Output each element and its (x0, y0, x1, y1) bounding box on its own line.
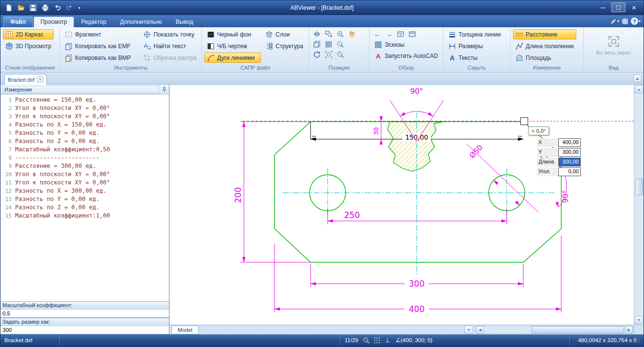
minimize-button[interactable]: ─ (596, 2, 610, 12)
ribbon-button-black-background[interactable]: Черный фон (204, 29, 261, 39)
2d-wireframe-icon (5, 31, 13, 38)
ribbon: 2D Каркас 3D Просмотр Стили отображения … (0, 27, 644, 73)
coord-y-input[interactable]: 300,00 (558, 148, 581, 157)
save-button[interactable] (27, 2, 39, 14)
grid-snap-icon[interactable] (372, 336, 381, 345)
measurement-output[interactable]: 1 Расстояние = 150,00 ед. 2 Угол в плоск… (0, 94, 169, 301)
pin-icon[interactable] (162, 87, 167, 92)
print-button[interactable] (39, 2, 51, 14)
scale-factor-input[interactable] (0, 310, 169, 318)
tab-view[interactable]: Просмотр (34, 17, 74, 27)
rotate-icon[interactable] (312, 50, 322, 59)
ribbon-button-copy-emf[interactable]: Копировать как EMF (62, 41, 139, 51)
ribbon-button-area[interactable]: Площадь (513, 53, 576, 63)
close-button[interactable]: × (627, 2, 641, 12)
scroll-down-icon[interactable]: ▼ (635, 316, 643, 324)
ribbon-button-find-text[interactable]: Найти текст (141, 41, 199, 51)
ribbon-button-thumbnails[interactable]: Эскизы (372, 39, 441, 50)
tab-file[interactable]: Файл (3, 17, 33, 27)
coord-row-angle: Угол 0,00 (537, 167, 582, 177)
zoom-out-icon[interactable] (335, 39, 346, 49)
zoom-extents-icon[interactable] (323, 50, 334, 59)
ribbon-button-layers[interactable]: Слои (263, 29, 306, 39)
document-tab-bracket[interactable]: Bracket.dxf × (4, 74, 47, 85)
ortho-mode-icon[interactable]: ⊥ (383, 336, 392, 345)
ribbon-button-fullscreen[interactable]: Во весь экран (593, 29, 635, 61)
ribbon-group-title: Стили отображения (0, 64, 59, 72)
ribbon-button-distance[interactable]: Расстояние (513, 29, 576, 39)
view-window-icon[interactable] (395, 29, 406, 38)
set-size-input[interactable] (0, 326, 169, 334)
ribbon-button-2d-wireframe[interactable]: 2D Каркас (3, 29, 54, 39)
scroll-left-icon[interactable]: ◀ (476, 326, 484, 333)
ribbon-button-texts[interactable]: AТексты (446, 53, 503, 63)
menu-tabs: Файл Просмотр Редактор Дополнительно Выв… (3, 17, 200, 27)
measurement-line-number: 14 (0, 203, 15, 212)
pencil-tools-dropdown[interactable]: ▾ (610, 18, 619, 25)
measurement-line-number: 6 (0, 137, 15, 146)
menu-tab-row: Файл Просмотр Редактор Дополнительно Выв… (0, 15, 644, 27)
document-tab-bar: Bracket.dxf × ▲ (0, 73, 644, 85)
help-button[interactable]: ?▾ (631, 18, 641, 25)
view-save-icon[interactable] (407, 29, 418, 38)
dim-250: 250 (344, 210, 360, 220)
ribbon-button-label: 3D Просмотр (16, 43, 51, 50)
ribbon-button-label: Дуги линиями (217, 55, 255, 61)
undo-button[interactable] (52, 2, 63, 14)
forward-arrow-icon[interactable]: → (384, 29, 394, 38)
model-sheet-tab[interactable]: Model (171, 326, 199, 334)
zoom-in-icon[interactable] (335, 29, 346, 38)
ribbon-button-arcs-as-lines[interactable]: Дуги линиями (204, 53, 261, 63)
vertical-scroll-thumb[interactable] (635, 179, 643, 195)
horizontal-scroll-thumb[interactable] (532, 326, 624, 333)
tab-editor[interactable]: Редактор (75, 17, 113, 27)
zoom-window-icon[interactable] (323, 29, 334, 38)
ribbon-button-fragment[interactable]: Фрагмент (62, 29, 139, 39)
coord-x-input[interactable]: 400,00 (558, 138, 581, 147)
maximize-button[interactable]: □ (611, 2, 626, 12)
document-tab-close-icon[interactable]: × (37, 76, 43, 83)
measurement-line-number: 3 (0, 112, 15, 121)
measurement-line-text: Расстояние = 150,00 ед. (15, 96, 96, 104)
frame-icon[interactable] (323, 39, 334, 49)
ribbon-button-3d-view[interactable]: 3D Просмотр (3, 41, 54, 51)
scroll-right-icon[interactable]: ▶ (625, 326, 633, 333)
qat-customize-dropdown[interactable]: ▾ (76, 2, 83, 14)
coord-length-input[interactable]: 300,00 (558, 158, 581, 166)
back-arrow-icon[interactable]: ← (372, 29, 383, 38)
ribbon-button-structure[interactable]: Структура (263, 41, 306, 51)
scroll-up-icon[interactable]: ▲ (635, 85, 643, 93)
open-file-button[interactable] (15, 2, 27, 14)
tab-output[interactable]: Вывод (169, 17, 200, 27)
redo-button[interactable] (64, 2, 75, 14)
measurement-line-number: 7 (0, 146, 15, 154)
ribbon-button-copy-bmp[interactable]: Копировать как BMP (62, 53, 139, 63)
coord-angle-input[interactable]: 0,00 (558, 167, 581, 176)
ribbon-button-polyline-length[interactable]: Длина полилинии (513, 41, 576, 51)
horizontal-scrollbar[interactable]: ◀ ▶ (476, 326, 633, 334)
drawing-canvas[interactable]: 150,00 (170, 85, 634, 325)
ribbon-button-show-point[interactable]: Показать точку (141, 29, 199, 39)
ribbon-group-cad-file: Черный фон Ч/Б чертеж Дуги линиями Слои … (202, 27, 309, 72)
ribbon-group-hide: Толщина линии Размеры AТексты Скрыть (443, 27, 511, 72)
snap-point-icon[interactable] (362, 336, 370, 345)
ribbon-button-dimensions[interactable]: Размеры (446, 41, 503, 51)
ribbon-button-launch-autocad[interactable]: AЗапустить AutoCAD (372, 51, 441, 61)
measurement-panel: Измерение 1 Расстояние = 150,00 ед. 2 Уг… (0, 85, 169, 334)
zoom-previous-icon[interactable] (335, 50, 346, 59)
ribbon-group-title: Обзор (369, 64, 443, 72)
new-document-button[interactable] (3, 2, 15, 14)
ribbon-group-title: Измерение (511, 64, 583, 72)
ribbon-button-line-thickness[interactable]: Толщина линии (446, 29, 503, 39)
copy-view-icon[interactable] (312, 39, 322, 49)
color-scheme-icon[interactable] (622, 18, 628, 25)
tab-advanced[interactable]: Дополнительно (113, 17, 168, 27)
panel-collapse-chevron[interactable]: ▲ (633, 74, 642, 82)
vertical-scrollbar[interactable]: ▲ ▼ (634, 85, 644, 325)
ribbon-button-bw-drawing[interactable]: Ч/Б чертеж (204, 41, 261, 51)
pan-hand-icon[interactable] (347, 29, 357, 38)
ribbon-button-label: Эскизы (385, 41, 405, 48)
title-bar: ▾ ABViewer - [Bracket.dxf] ─ □ × (0, 0, 644, 15)
sheet-list-dropdown[interactable]: ▼ (464, 326, 473, 334)
mirror-icon[interactable] (312, 29, 322, 38)
